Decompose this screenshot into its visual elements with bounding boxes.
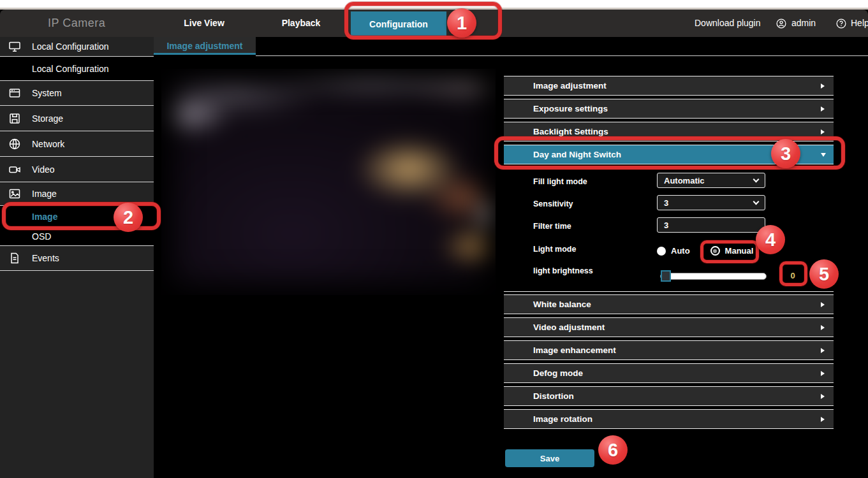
chevron-right-icon xyxy=(821,394,825,399)
section-backlight-settings[interactable]: Backlight Settings xyxy=(504,122,834,141)
camera-preview-vignette xyxy=(161,69,496,295)
section-white-balance[interactable]: White balance xyxy=(504,294,834,314)
sidebar-item-events[interactable]: Events xyxy=(0,246,154,271)
user-icon xyxy=(776,18,786,29)
chevron-right-icon xyxy=(821,417,825,422)
sidebar-item-label: Local Configuration xyxy=(32,41,109,52)
section-exposure-settings[interactable]: Exposure settings xyxy=(504,99,834,119)
slider-thumb[interactable] xyxy=(661,270,671,282)
section-label: Image rotation xyxy=(533,414,592,424)
fill-light-mode-label: Fill light mode xyxy=(533,177,587,186)
chevron-down-icon xyxy=(753,177,760,183)
fill-light-mode-select[interactable]: Automatic xyxy=(657,173,765,188)
save-button[interactable]: Save xyxy=(505,449,594,467)
annotation-step-6: 6 xyxy=(598,435,628,465)
nav-live-view[interactable]: Live View xyxy=(169,10,239,37)
video-icon xyxy=(8,163,21,176)
sidebar-item-label: Local Configuration xyxy=(32,64,109,74)
user-name[interactable]: admin xyxy=(791,10,816,37)
section-label: Backlight Settings xyxy=(533,127,608,136)
section-label: White balance xyxy=(533,300,591,309)
chevron-right-icon xyxy=(821,302,825,307)
section-video-adjustment[interactable]: Video adjustment xyxy=(504,317,834,337)
section-label: Day and Night Switch xyxy=(533,150,621,159)
storage-icon xyxy=(8,112,21,125)
chevron-down-icon xyxy=(821,153,826,157)
section-label: Video adjustment xyxy=(533,322,605,332)
section-label: Exposure settings xyxy=(533,104,608,113)
light-mode-manual-radio[interactable] xyxy=(710,246,720,256)
section-label: Defog mode xyxy=(533,368,583,378)
filter-time-label: Filter time xyxy=(533,222,571,231)
monitor-icon xyxy=(8,40,21,53)
sidebar-image-subgroup: Image OSD xyxy=(0,206,154,246)
chevron-right-icon xyxy=(821,348,825,353)
sidebar-subitem-osd[interactable]: OSD xyxy=(0,227,154,245)
fill-light-mode-value: Automatic xyxy=(664,176,705,185)
sidebar-item-label: Image xyxy=(32,212,57,222)
sidebar-item-storage[interactable]: Storage xyxy=(0,106,154,131)
app-root: IP Camera Live View Playback Configurati… xyxy=(0,0,868,478)
chevron-down-icon xyxy=(753,199,760,205)
download-plugin-link[interactable]: Download plugin xyxy=(695,10,761,37)
section-image-adjustment[interactable]: Image adjustment xyxy=(504,76,834,96)
light-brightness-slider[interactable] xyxy=(660,270,767,282)
section-distortion[interactable]: Distortion xyxy=(504,386,834,406)
chevron-right-icon xyxy=(821,106,825,112)
section-defog-mode[interactable]: Defog mode xyxy=(504,363,834,383)
sidebar-item-label: System xyxy=(32,88,62,98)
sidebar-item-label: Events xyxy=(32,253,59,263)
filter-time-input[interactable] xyxy=(657,217,765,233)
tab-row-divider xyxy=(256,55,868,56)
tab-image-adjustment[interactable]: Image adjustment xyxy=(154,37,256,55)
top-bar: IP Camera Live View Playback Configurati… xyxy=(0,10,868,37)
chevron-right-icon xyxy=(821,325,825,330)
light-mode-label: Light mode xyxy=(533,245,576,254)
help-link[interactable]: Help xyxy=(851,10,868,37)
sidebar-item-label: Video xyxy=(32,164,55,175)
top-strip xyxy=(0,0,868,8)
light-mode-auto-radio[interactable] xyxy=(657,247,666,256)
light-mode-auto-label[interactable]: Auto xyxy=(671,246,690,256)
light-brightness-label: light brightness xyxy=(533,266,593,275)
nav-playback[interactable]: Playback xyxy=(266,10,336,37)
sidebar-subitem-local-configuration[interactable]: Local Configuration xyxy=(0,57,154,81)
network-icon xyxy=(8,138,21,150)
section-label: Image enhancement xyxy=(533,345,616,355)
sidebar-item-label: Image xyxy=(32,189,57,199)
nav-configuration[interactable]: Configuration xyxy=(351,11,446,37)
light-mode-manual-label[interactable]: Manual xyxy=(725,246,754,256)
sidebar: Local Configuration Local Configuration … xyxy=(0,37,154,478)
sidebar-item-label: Network xyxy=(32,139,64,149)
sidebar-item-network[interactable]: Network xyxy=(0,131,154,157)
sensitivity-value: 3 xyxy=(664,198,668,208)
tab-image-adjustment-label: Image adjustment xyxy=(166,41,242,51)
section-label: Image adjustment xyxy=(533,81,607,91)
system-icon xyxy=(8,87,21,99)
sidebar-item-label: OSD xyxy=(32,231,51,242)
section-day-and-night-switch[interactable]: Day and Night Switch xyxy=(504,145,834,164)
sensitivity-select[interactable]: 3 xyxy=(657,195,765,210)
light-brightness-value: 0 xyxy=(777,268,809,284)
section-image-rotation[interactable]: Image rotation xyxy=(504,409,834,429)
sidebar-subitem-image[interactable]: Image xyxy=(0,206,154,227)
events-icon xyxy=(8,252,21,264)
image-icon xyxy=(8,187,21,200)
sidebar-item-label: Storage xyxy=(32,113,63,124)
light-mode-radio-group: Auto Manual xyxy=(657,246,774,256)
sidebar-item-image[interactable]: Image xyxy=(0,182,154,206)
camera-preview xyxy=(161,69,496,295)
section-label: Distortion xyxy=(533,391,574,401)
chevron-right-icon xyxy=(821,129,825,134)
sidebar-item-video[interactable]: Video xyxy=(0,157,154,182)
sensitivity-label: Sensitivity xyxy=(533,199,573,208)
day-night-switch-form: Fill light mode Automatic Sensitivity 3 … xyxy=(504,164,834,292)
sidebar-item-local-configuration[interactable]: Local Configuration xyxy=(0,37,154,57)
section-image-enhancement[interactable]: Image enhancement xyxy=(504,340,834,360)
help-icon xyxy=(836,18,846,29)
sidebar-item-system[interactable]: System xyxy=(0,81,154,106)
chevron-right-icon xyxy=(821,83,825,89)
chevron-right-icon xyxy=(821,371,825,376)
slider-track xyxy=(660,273,767,280)
app-title: IP Camera xyxy=(48,10,105,37)
